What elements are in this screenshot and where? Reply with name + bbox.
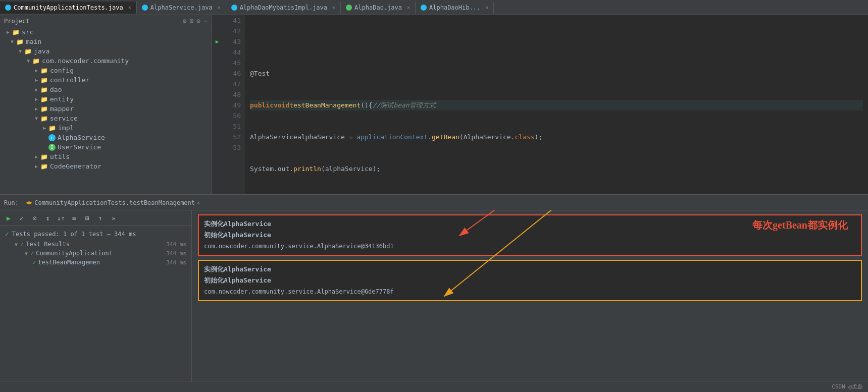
tab-icon-cyan3 (231, 5, 237, 11)
run-tab-close[interactable]: ✕ (197, 200, 200, 205)
test-results-root[interactable]: ▼ ✓ Test Results 344 ms (2, 240, 189, 249)
code-line-42: @Test (250, 68, 863, 79)
code-line-41 (250, 36, 863, 47)
gutter-42 (212, 26, 222, 36)
arrow-service: ▼ (32, 116, 40, 121)
gutter-50 (212, 110, 222, 121)
check-button[interactable]: ✓ (16, 212, 27, 223)
arrow-config: ▶ (32, 68, 40, 73)
tab-close-0[interactable]: ✕ (128, 5, 131, 10)
tab-icon-cyan2 (142, 5, 148, 11)
test-suite-arrow: ▼ (22, 251, 30, 256)
stop-button[interactable]: ⊘ (29, 212, 40, 223)
code-editor: ▶ 41 42 43 44 45 46 47 48 (212, 15, 868, 194)
folder-icon-entity: 📁 (40, 96, 48, 103)
arrow-codegen: ▶ (32, 163, 40, 169)
tree-item-community[interactable]: ▼ 📁 com.nowcoder.community (0, 56, 212, 66)
output-box2-line2: 初始化AlphaService (204, 275, 856, 286)
tab-bar: CommunityApplicationTests.java ✕ AlphaSe… (0, 0, 868, 15)
gear-icon[interactable]: ⚙ (196, 17, 200, 25)
run-tab-arrow: ◀▶ (26, 199, 32, 206)
gutter-area: ▶ (212, 15, 222, 194)
gutter-46 (212, 68, 222, 79)
tree-item-src[interactable]: ▶ 📁 src (0, 27, 212, 37)
tree-item-config[interactable]: ▶ 📁 config (0, 66, 212, 75)
arrow-utils: ▶ (32, 154, 40, 159)
code-line-43: public void testBeanManagement(){ //测试be… (250, 100, 863, 110)
folder-icon-codegen: 📁 (40, 163, 48, 170)
tree-item-utils[interactable]: ▶ 📁 utils (0, 152, 212, 161)
settings-icon[interactable]: ⚙ (183, 17, 187, 25)
run-tab[interactable]: ◀▶ CommunityApplicationTests.testBeanMan… (23, 197, 203, 208)
up-button[interactable]: ↑ (95, 212, 106, 223)
gutter-47 (212, 79, 222, 89)
tree-item-main[interactable]: ▼ 📁 main (0, 37, 212, 46)
right-annotation-label: 每次getBean都实例化 (752, 219, 848, 231)
arrow-main: ▼ (8, 39, 16, 44)
arrow-src: ▶ (4, 29, 12, 35)
tree-item-mapper[interactable]: ▶ 📁 mapper (0, 104, 212, 114)
main-area: Project ⚙ ⊞ ⚙ − ▶ 📁 src ▼ 📁 main ▼ 📁 jav… (0, 15, 868, 194)
test-suite-check: ✓ (30, 250, 34, 257)
sidebar-header: Project ⚙ ⊞ ⚙ − (0, 15, 212, 27)
test-results-arrow: ▼ (12, 242, 20, 247)
test-pass-bar: ✓ Tests passed: 1 of 1 test – 344 ms (2, 228, 189, 240)
sort-asc-button[interactable]: ↕ (42, 212, 54, 223)
align2-button[interactable]: ⊞ (82, 212, 93, 223)
test-case-item[interactable]: ✓ testBeanManagemen 344 ms (2, 258, 189, 267)
tree-item-codegenerator[interactable]: ▶ 📁 CodeGenerator (0, 161, 212, 171)
gutter-43-run[interactable]: ▶ (212, 36, 222, 47)
gutter-51 (212, 121, 222, 132)
more-button[interactable]: » (108, 212, 119, 223)
folder-icon-controller: 📁 (40, 77, 48, 84)
status-text: CSDN @孟磊 (832, 383, 863, 390)
minus-icon[interactable]: − (203, 17, 208, 25)
file-icon-user-service: I (48, 144, 56, 151)
tree-item-dao[interactable]: ▶ 📁 dao (0, 85, 212, 94)
code-line-45: System.out.println(alphaService); (250, 163, 863, 174)
tree-item-alpha-service[interactable]: ▶ c AlphaService (0, 133, 212, 142)
run-label: Run: (4, 199, 19, 206)
tree-item-service[interactable]: ▼ 📁 service (0, 114, 212, 123)
tree-item-impl[interactable]: ▶ 📁 impl (0, 123, 212, 133)
file-icon-alpha-service: c (48, 134, 56, 141)
sidebar-header-icons: ⚙ ⊞ ⚙ − (183, 17, 208, 25)
tab-close-4[interactable]: ✕ (485, 5, 488, 10)
tree-item-controller[interactable]: ▶ 📁 controller (0, 75, 212, 85)
tree-item-java[interactable]: ▼ 📁 java (0, 46, 212, 56)
tree-item-user-service[interactable]: ▶ I UserService (0, 142, 212, 152)
output-box2-line3: com.nowcoder.community.service.AlphaServ… (204, 286, 856, 297)
tab-close-1[interactable]: ✕ (218, 5, 221, 10)
folder-icon-community: 📁 (32, 58, 40, 65)
bottom-tab-bar: Run: ◀▶ CommunityApplicationTests.testBe… (0, 195, 868, 210)
sort-desc-button[interactable]: ↓↑ (56, 212, 67, 223)
arrow-dao: ▶ (32, 87, 40, 92)
gutter-49 (212, 100, 222, 110)
tab-alpha-dao[interactable]: AlphaDao.java ✕ (341, 2, 416, 14)
status-bar: CSDN @孟磊 (0, 381, 868, 392)
bottom-content: ▶ ✓ ⊘ ↕ ↓↑ ≡ ⊞ ↑ » ✓ Tests passed: 1 of … (0, 210, 868, 381)
tab-alpha-service[interactable]: AlphaService.java ✕ (137, 2, 226, 14)
folder-icon-dao: 📁 (40, 86, 48, 93)
test-panel: ▶ ✓ ⊘ ↕ ↓↑ ≡ ⊞ ↑ » ✓ Tests passed: 1 of … (0, 210, 192, 381)
test-case-check: ✓ (32, 259, 36, 266)
line-numbers: 41 42 43 44 45 46 47 48 49 50 51 52 53 (222, 15, 245, 194)
bottom-panel: Run: ◀▶ CommunityApplicationTests.testBe… (0, 194, 868, 381)
run-button[interactable]: ▶ (3, 212, 14, 223)
tab-community-tests[interactable]: CommunityApplicationTests.java ✕ (0, 2, 137, 14)
output-box-2: 实例化AlphaService 初始化AlphaService com.nowc… (198, 260, 862, 301)
tab-alpha-dao-hib[interactable]: AlphaDaoHib... ✕ (416, 2, 494, 14)
align-button[interactable]: ≡ (69, 212, 80, 223)
tab-icon-cyan4 (421, 5, 427, 11)
layout-icon[interactable]: ⊞ (190, 17, 194, 25)
tab-alpha-dao-mybatis[interactable]: AlphaDaoMybatisImpl.java ✕ (226, 2, 341, 14)
output-area: 实例化AlphaService 初始化AlphaService com.nowc… (192, 210, 868, 381)
arrow-controller: ▶ (32, 77, 40, 83)
tree-item-entity[interactable]: ▶ 📁 entity (0, 94, 212, 104)
tab-close-3[interactable]: ✕ (407, 5, 410, 10)
arrow-mapper: ▶ (32, 106, 40, 111)
test-suite-item[interactable]: ▼ ✓ CommunityApplicationT 344 ms (2, 249, 189, 258)
tab-close-2[interactable]: ✕ (332, 5, 335, 10)
arrow-community: ▼ (24, 58, 32, 64)
tab-icon-green (346, 5, 352, 11)
